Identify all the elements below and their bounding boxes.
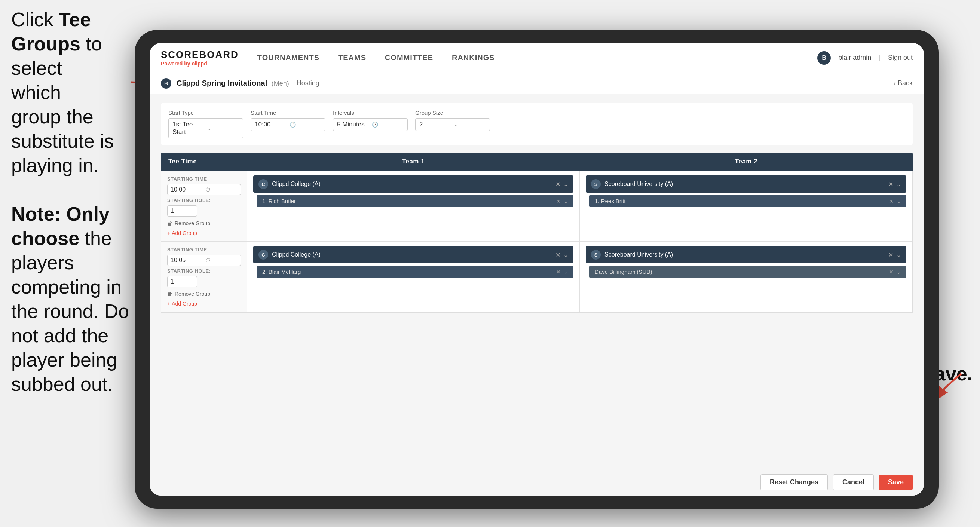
sub-header: B Clippd Spring Invitational (Men) Hosti…	[150, 73, 924, 94]
remove-group-label-1: Remove Group	[175, 220, 210, 226]
team2-close-icon-2[interactable]: ✕	[888, 252, 893, 258]
start-time-input[interactable]: 10:00 🕐	[251, 118, 325, 131]
tablet-screen: SCOREBOARD Powered by clippd TOURNAMENTS…	[150, 43, 924, 495]
player-name-1-1: 1. Rich Butler	[262, 198, 552, 204]
team2-name-1: Scoreboard University (A)	[605, 181, 885, 187]
sign-out-link[interactable]: Sign out	[888, 54, 913, 62]
intervals-value: 5 Minutes	[337, 121, 369, 128]
clock-icon-1: ⏱	[205, 187, 238, 193]
add-group-button-1[interactable]: + Add Group	[167, 230, 241, 236]
config-row: Start Type 1st Tee Start ⌄ Start Time 10…	[161, 103, 913, 145]
team2-expand-icon-1[interactable]: ⌄	[896, 181, 901, 188]
team2-icon-2: S	[591, 250, 601, 260]
group-size-label: Group Size	[415, 110, 490, 116]
group-size-input[interactable]: 2 ⌄	[415, 118, 490, 131]
nav-links: TOURNAMENTS TEAMS COMMITTEE RANKINGS	[257, 54, 817, 62]
player-controls-2-2: ✕ ⌄	[889, 269, 901, 275]
team2-close-icon-1[interactable]: ✕	[888, 181, 893, 188]
start-type-input[interactable]: 1st Tee Start ⌄	[168, 118, 243, 139]
add-group-button-2[interactable]: + Add Group	[167, 301, 241, 307]
starting-hole-value-1: 1	[170, 208, 174, 214]
player-close-icon-2-1[interactable]: ✕	[556, 269, 561, 275]
back-button[interactable]: ‹ Back	[894, 79, 913, 87]
remove-icon-2: 🗑	[167, 291, 172, 297]
player-expand-icon-1-1[interactable]: ⌄	[564, 198, 568, 204]
team1-controls-2: ✕ ⌄	[555, 252, 568, 258]
group-2-player1-team2[interactable]: Dave Billingham (SUB) ✕ ⌄	[590, 266, 906, 278]
group-1-team2-item[interactable]: S Scoreboard University (A) ✕ ⌄	[586, 175, 906, 193]
breadcrumb-tournament: Clippd Spring Invitational (Men)	[177, 79, 289, 88]
remove-group-button-1[interactable]: 🗑 Remove Group	[167, 220, 241, 226]
starting-time-label-1: STARTING TIME:	[167, 176, 241, 182]
group-2-player1-team1[interactable]: 2. Blair McHarg ✕ ⌄	[257, 266, 573, 278]
group-2-left: STARTING TIME: 10:05 ⏱ STARTING HOLE: 1 …	[161, 242, 247, 312]
start-type-value: 1st Tee Start	[172, 121, 204, 136]
remove-group-button-2[interactable]: 🗑 Remove Group	[167, 291, 241, 297]
group-2-team2-item[interactable]: S Scoreboard University (A) ✕ ⌄	[586, 246, 906, 263]
player-close-icon-1-2[interactable]: ✕	[889, 198, 894, 204]
team2-icon-1: S	[591, 179, 601, 189]
save-button[interactable]: Save	[879, 474, 913, 490]
player-expand-icon-2-2[interactable]: ⌄	[897, 269, 901, 275]
starting-time-value-2: 10:05	[170, 257, 203, 264]
intervals-clock: 🕐	[372, 121, 404, 127]
team1-expand-icon-2[interactable]: ⌄	[563, 252, 568, 258]
note-paragraph: Note: Only choose the players competing …	[11, 202, 131, 396]
starting-time-value-1: 10:00	[170, 186, 203, 193]
group-1-team1-item[interactable]: C Clippd College (A) ✕ ⌄	[253, 175, 573, 193]
starting-hole-label-2: STARTING HOLE:	[167, 268, 241, 274]
header-team1: Team 1	[247, 153, 580, 170]
nav-rankings[interactable]: RANKINGS	[452, 54, 495, 62]
group-2-team1-item[interactable]: C Clippd College (A) ✕ ⌄	[253, 246, 573, 263]
group-size-field: Group Size 2 ⌄	[415, 110, 490, 139]
player-controls-1-1: ✕ ⌄	[556, 198, 568, 204]
team1-expand-icon-1[interactable]: ⌄	[563, 181, 568, 188]
breadcrumb-icon: B	[161, 78, 171, 89]
clock-icon-2: ⏱	[205, 257, 238, 263]
intervals-label: Intervals	[333, 110, 408, 116]
start-time-label: Start Time	[251, 110, 325, 116]
group-size-value: 2	[419, 121, 451, 128]
tablet-frame: SCOREBOARD Powered by clippd TOURNAMENTS…	[135, 30, 939, 509]
player-expand-icon-2-1[interactable]: ⌄	[564, 269, 568, 275]
player-controls-1-2: ✕ ⌄	[889, 198, 901, 204]
cancel-button[interactable]: Cancel	[833, 474, 874, 490]
nav-committee[interactable]: COMMITTEE	[385, 54, 433, 62]
starting-hole-input-1[interactable]: 1	[167, 205, 197, 217]
group-1-player1-team1[interactable]: 1. Rich Butler ✕ ⌄	[257, 195, 573, 207]
starting-time-input-2[interactable]: 10:05 ⏱	[167, 255, 241, 266]
table-row: STARTING TIME: 10:00 ⏱ STARTING HOLE: 1 …	[161, 171, 912, 242]
instruction-paragraph: Click Tee Groups to select which group t…	[11, 8, 116, 178]
player-expand-icon-1-2[interactable]: ⌄	[897, 198, 901, 204]
player-name-1-2: 1. Rees Britt	[595, 198, 885, 204]
nav-divider: |	[879, 54, 880, 62]
team2-controls-2: ✕ ⌄	[888, 252, 901, 258]
group-1-player1-team2[interactable]: 1. Rees Britt ✕ ⌄	[590, 195, 906, 207]
intervals-input[interactable]: 5 Minutes 🕐	[333, 118, 408, 131]
player-close-icon-2-2[interactable]: ✕	[889, 269, 894, 275]
team1-close-icon-2[interactable]: ✕	[555, 252, 560, 258]
remove-group-label-2: Remove Group	[175, 291, 210, 297]
starting-time-input-1[interactable]: 10:00 ⏱	[167, 184, 241, 195]
starting-hole-input-2[interactable]: 1	[167, 276, 197, 287]
table-header: Tee Time Team 1 Team 2	[161, 153, 913, 170]
add-group-label-1: Add Group	[172, 230, 197, 236]
admin-label: blair admin	[838, 54, 871, 62]
start-time-value: 10:00	[255, 121, 286, 128]
starting-time-label-2: STARTING TIME:	[167, 247, 241, 253]
team1-name-1: Clippd College (A)	[272, 181, 552, 187]
logo-text: SCOREBOARD	[161, 49, 239, 61]
breadcrumb-gender: (Men)	[272, 80, 289, 87]
reset-changes-button[interactable]: Reset Changes	[760, 474, 828, 490]
player-close-icon-1-1[interactable]: ✕	[556, 198, 561, 204]
logo-powered: Powered by clippd	[161, 61, 239, 67]
nav-tournaments[interactable]: TOURNAMENTS	[257, 54, 320, 62]
main-instruction: Click Tee Groups to select which group t…	[0, 0, 127, 196]
groups-container: STARTING TIME: 10:00 ⏱ STARTING HOLE: 1 …	[161, 170, 913, 313]
team1-close-icon-1[interactable]: ✕	[555, 181, 560, 188]
team1-icon-2: C	[258, 250, 268, 260]
team2-expand-icon-2[interactable]: ⌄	[896, 252, 901, 258]
nav-teams[interactable]: TEAMS	[338, 54, 366, 62]
main-content: Start Type 1st Tee Start ⌄ Start Time 10…	[150, 94, 924, 469]
group-1-left: STARTING TIME: 10:00 ⏱ STARTING HOLE: 1 …	[161, 171, 247, 241]
